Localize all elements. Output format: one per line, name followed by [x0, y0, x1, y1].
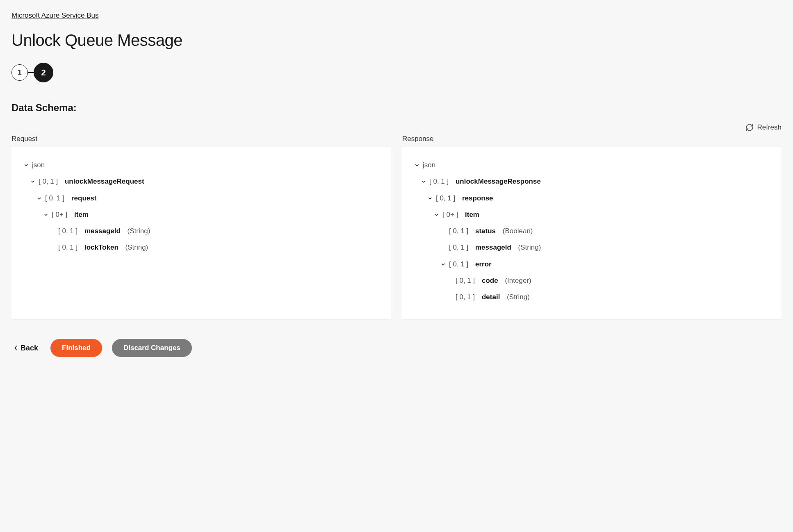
response-panel: json [ 0, 1 ] unlockMessageResponse [ 0,…: [402, 147, 782, 319]
cardinality: [ 0, 1 ]: [449, 258, 468, 271]
tree-row[interactable]: [ 0, 1 ] request: [23, 190, 379, 207]
field-name: request: [71, 192, 96, 205]
cardinality: [ 0, 1 ]: [449, 241, 468, 254]
tree-row[interactable]: [ 0, 1 ] error: [414, 256, 770, 273]
finished-button[interactable]: Finished: [50, 339, 102, 357]
field-name: lockToken: [84, 241, 118, 254]
cardinality: [ 0, 1 ]: [45, 192, 64, 205]
step-2[interactable]: 2: [34, 63, 53, 82]
chevron-down-icon[interactable]: [414, 162, 420, 168]
field-name: detail: [482, 291, 500, 304]
chevron-down-icon[interactable]: [427, 195, 433, 202]
request-panel: json [ 0, 1 ] unlockMessageRequest [ 0, …: [11, 147, 391, 319]
chevron-down-icon[interactable]: [23, 162, 30, 168]
field-type: (Integer): [505, 274, 531, 287]
step-connector: [28, 72, 34, 73]
cardinality: [ 0, 1 ]: [449, 225, 468, 238]
field-type: (String): [128, 225, 150, 238]
tree-row[interactable]: [ 0, 1 ] lockToken (String): [23, 239, 379, 256]
chevron-down-icon[interactable]: [36, 195, 43, 202]
discard-changes-button[interactable]: Discard Changes: [112, 339, 192, 357]
field-type: (String): [518, 241, 541, 254]
tree-row[interactable]: [ 0, 1 ] code (Integer): [414, 273, 770, 289]
field-name: unlockMessageResponse: [456, 175, 541, 188]
chevron-down-icon[interactable]: [433, 211, 440, 218]
tree-row[interactable]: [ 0, 1 ] response: [414, 190, 770, 207]
refresh-label: Refresh: [757, 123, 782, 132]
cardinality: [ 0+ ]: [52, 208, 67, 221]
response-column: Response json [ 0, 1 ] unlockMessageResp…: [402, 135, 782, 319]
tree-row-json[interactable]: json: [414, 157, 770, 173]
field-type: (String): [507, 291, 530, 304]
cardinality: [ 0, 1 ]: [456, 291, 475, 304]
field-name: item: [74, 208, 89, 221]
chevron-down-icon[interactable]: [30, 178, 36, 185]
back-label: Back: [21, 344, 38, 352]
response-header: Response: [402, 135, 782, 143]
request-header: Request: [11, 135, 391, 143]
tree-row[interactable]: [ 0, 1 ] unlockMessageResponse: [414, 173, 770, 190]
field-name: messageId: [84, 225, 121, 238]
breadcrumb-link[interactable]: Microsoft Azure Service Bus: [11, 11, 99, 20]
chevron-down-icon[interactable]: [43, 211, 49, 218]
field-name: code: [482, 274, 498, 287]
tree-row-json[interactable]: json: [23, 157, 379, 173]
tree-row[interactable]: [ 0, 1 ] status (Boolean): [414, 223, 770, 239]
field-name: messageId: [475, 241, 511, 254]
tree-row[interactable]: [ 0, 1 ] messageId (String): [414, 239, 770, 256]
field-type: (Boolean): [503, 225, 533, 238]
cardinality: [ 0+ ]: [442, 208, 458, 221]
section-title: Data Schema:: [11, 102, 782, 114]
node-label: json: [32, 159, 45, 172]
cardinality: [ 0, 1 ]: [429, 175, 449, 188]
cardinality: [ 0, 1 ]: [456, 274, 475, 287]
cardinality: [ 0, 1 ]: [58, 241, 77, 254]
step-1[interactable]: 1: [11, 64, 28, 81]
chevron-left-icon: [14, 345, 18, 351]
chevron-down-icon[interactable]: [440, 261, 447, 268]
tree-row[interactable]: [ 0, 1 ] detail (String): [414, 289, 770, 305]
footer-actions: Back Finished Discard Changes: [11, 339, 782, 357]
field-name: error: [475, 258, 492, 271]
tree-row[interactable]: [ 0, 1 ] messageId (String): [23, 223, 379, 239]
tree-row[interactable]: [ 0, 1 ] unlockMessageRequest: [23, 173, 379, 190]
cardinality: [ 0, 1 ]: [58, 225, 77, 238]
cardinality: [ 0, 1 ]: [39, 175, 58, 188]
stepper: 1 2: [11, 63, 782, 82]
refresh-icon: [745, 123, 754, 132]
field-name: unlockMessageRequest: [65, 175, 144, 188]
chevron-down-icon[interactable]: [420, 178, 427, 185]
refresh-button[interactable]: Refresh: [11, 123, 782, 132]
field-name: response: [462, 192, 493, 205]
field-name: status: [475, 225, 496, 238]
tree-row[interactable]: [ 0+ ] item: [414, 207, 770, 223]
field-type: (String): [125, 241, 148, 254]
cardinality: [ 0, 1 ]: [436, 192, 455, 205]
request-column: Request json [ 0, 1 ] unlockMessageReque…: [11, 135, 391, 319]
node-label: json: [423, 159, 435, 172]
field-name: item: [465, 208, 479, 221]
back-button[interactable]: Back: [11, 344, 41, 352]
page-title: Unlock Queue Message: [11, 31, 782, 50]
tree-row[interactable]: [ 0+ ] item: [23, 207, 379, 223]
